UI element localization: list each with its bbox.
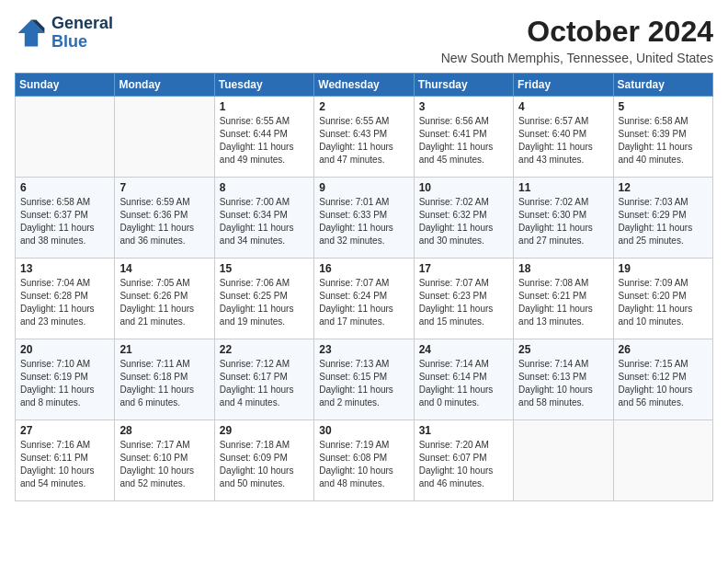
day-number: 28 bbox=[119, 424, 209, 437]
calendar-cell: 25Sunrise: 7:14 AMSunset: 6:13 PMDayligh… bbox=[514, 339, 613, 420]
day-info: Sunrise: 7:15 AMSunset: 6:12 PMDaylight:… bbox=[619, 358, 708, 409]
calendar-cell bbox=[514, 420, 613, 501]
day-info: Sunrise: 7:04 AMSunset: 6:28 PMDaylight:… bbox=[20, 277, 109, 328]
col-header-tuesday: Tuesday bbox=[214, 74, 313, 97]
calendar-table: SundayMondayTuesdayWednesdayThursdayFrid… bbox=[15, 73, 713, 501]
day-info: Sunrise: 7:07 AMSunset: 6:24 PMDaylight:… bbox=[319, 277, 408, 328]
logo: General Blue bbox=[15, 15, 113, 52]
col-header-saturday: Saturday bbox=[613, 74, 712, 97]
day-info: Sunrise: 7:14 AMSunset: 6:14 PMDaylight:… bbox=[419, 358, 508, 409]
svg-marker-0 bbox=[18, 19, 45, 46]
calendar-cell: 5Sunrise: 6:58 AMSunset: 6:39 PMDaylight… bbox=[613, 97, 712, 178]
logo-icon bbox=[15, 17, 48, 50]
calendar-cell: 10Sunrise: 7:02 AMSunset: 6:32 PMDayligh… bbox=[414, 178, 513, 259]
calendar-cell bbox=[16, 97, 115, 178]
calendar-cell: 28Sunrise: 7:17 AMSunset: 6:10 PMDayligh… bbox=[115, 420, 214, 501]
day-number: 19 bbox=[619, 262, 708, 275]
location-title: New South Memphis, Tennessee, United Sta… bbox=[441, 51, 713, 65]
day-info: Sunrise: 6:56 AMSunset: 6:41 PMDaylight:… bbox=[419, 115, 508, 167]
day-number: 5 bbox=[619, 100, 708, 113]
day-info: Sunrise: 7:20 AMSunset: 6:07 PMDaylight:… bbox=[419, 439, 508, 490]
calendar-cell: 14Sunrise: 7:05 AMSunset: 6:26 PMDayligh… bbox=[115, 259, 214, 339]
title-section: October 2024 New South Memphis, Tennesse… bbox=[441, 15, 713, 65]
calendar-cell: 29Sunrise: 7:18 AMSunset: 6:09 PMDayligh… bbox=[214, 420, 313, 501]
day-info: Sunrise: 7:19 AMSunset: 6:08 PMDaylight:… bbox=[319, 439, 408, 490]
calendar-cell: 7Sunrise: 6:59 AMSunset: 6:36 PMDaylight… bbox=[115, 178, 214, 259]
calendar-cell: 3Sunrise: 6:56 AMSunset: 6:41 PMDaylight… bbox=[414, 97, 513, 178]
day-number: 11 bbox=[518, 181, 608, 194]
day-info: Sunrise: 7:10 AMSunset: 6:19 PMDaylight:… bbox=[20, 358, 109, 409]
day-info: Sunrise: 7:06 AMSunset: 6:25 PMDaylight:… bbox=[220, 277, 309, 328]
month-title: October 2024 bbox=[441, 15, 713, 49]
calendar-cell: 13Sunrise: 7:04 AMSunset: 6:28 PMDayligh… bbox=[16, 259, 115, 339]
day-number: 13 bbox=[20, 262, 109, 275]
day-number: 25 bbox=[518, 343, 608, 356]
calendar-cell: 23Sunrise: 7:13 AMSunset: 6:15 PMDayligh… bbox=[314, 339, 414, 420]
day-number: 22 bbox=[220, 343, 309, 356]
day-number: 6 bbox=[20, 181, 109, 194]
day-info: Sunrise: 7:12 AMSunset: 6:17 PMDaylight:… bbox=[220, 358, 309, 409]
day-info: Sunrise: 6:58 AMSunset: 6:37 PMDaylight:… bbox=[20, 196, 109, 247]
calendar-cell: 22Sunrise: 7:12 AMSunset: 6:17 PMDayligh… bbox=[214, 339, 313, 420]
day-number: 27 bbox=[20, 424, 109, 437]
week-row-3: 13Sunrise: 7:04 AMSunset: 6:28 PMDayligh… bbox=[16, 259, 713, 339]
calendar-header-row: SundayMondayTuesdayWednesdayThursdayFrid… bbox=[16, 74, 713, 97]
calendar-cell: 1Sunrise: 6:55 AMSunset: 6:44 PMDaylight… bbox=[214, 97, 313, 178]
day-number: 12 bbox=[619, 181, 708, 194]
calendar-cell: 11Sunrise: 7:02 AMSunset: 6:30 PMDayligh… bbox=[514, 178, 613, 259]
day-info: Sunrise: 7:02 AMSunset: 6:32 PMDaylight:… bbox=[419, 196, 508, 247]
day-info: Sunrise: 6:55 AMSunset: 6:44 PMDaylight:… bbox=[220, 115, 309, 167]
day-info: Sunrise: 6:55 AMSunset: 6:43 PMDaylight:… bbox=[319, 115, 408, 167]
logo-text-general: General bbox=[51, 15, 113, 33]
day-number: 24 bbox=[419, 343, 508, 356]
calendar-cell: 27Sunrise: 7:16 AMSunset: 6:11 PMDayligh… bbox=[16, 420, 115, 501]
calendar-cell: 9Sunrise: 7:01 AMSunset: 6:33 PMDaylight… bbox=[314, 178, 414, 259]
day-info: Sunrise: 7:01 AMSunset: 6:33 PMDaylight:… bbox=[319, 196, 408, 247]
day-info: Sunrise: 7:11 AMSunset: 6:18 PMDaylight:… bbox=[119, 358, 209, 409]
calendar-cell: 18Sunrise: 7:08 AMSunset: 6:21 PMDayligh… bbox=[514, 259, 613, 339]
day-number: 31 bbox=[419, 424, 508, 437]
col-header-sunday: Sunday bbox=[16, 74, 115, 97]
day-number: 23 bbox=[319, 343, 408, 356]
day-number: 16 bbox=[319, 262, 408, 275]
week-row-1: 1Sunrise: 6:55 AMSunset: 6:44 PMDaylight… bbox=[16, 97, 713, 178]
day-number: 15 bbox=[220, 262, 309, 275]
calendar-cell: 26Sunrise: 7:15 AMSunset: 6:12 PMDayligh… bbox=[613, 339, 712, 420]
day-info: Sunrise: 7:00 AMSunset: 6:34 PMDaylight:… bbox=[220, 196, 309, 247]
day-number: 3 bbox=[419, 100, 508, 113]
day-info: Sunrise: 7:14 AMSunset: 6:13 PMDaylight:… bbox=[518, 358, 608, 409]
day-info: Sunrise: 7:09 AMSunset: 6:20 PMDaylight:… bbox=[619, 277, 708, 328]
calendar-cell: 16Sunrise: 7:07 AMSunset: 6:24 PMDayligh… bbox=[314, 259, 414, 339]
day-info: Sunrise: 7:16 AMSunset: 6:11 PMDaylight:… bbox=[20, 439, 109, 490]
col-header-monday: Monday bbox=[115, 74, 214, 97]
calendar-cell: 12Sunrise: 7:03 AMSunset: 6:29 PMDayligh… bbox=[613, 178, 712, 259]
day-info: Sunrise: 7:13 AMSunset: 6:15 PMDaylight:… bbox=[319, 358, 408, 409]
day-info: Sunrise: 7:08 AMSunset: 6:21 PMDaylight:… bbox=[518, 277, 608, 328]
calendar-cell: 4Sunrise: 6:57 AMSunset: 6:40 PMDaylight… bbox=[514, 97, 613, 178]
day-number: 17 bbox=[419, 262, 508, 275]
calendar-cell bbox=[613, 420, 712, 501]
day-number: 1 bbox=[220, 100, 309, 113]
col-header-thursday: Thursday bbox=[414, 74, 513, 97]
day-number: 18 bbox=[518, 262, 608, 275]
day-number: 7 bbox=[119, 181, 209, 194]
day-number: 14 bbox=[119, 262, 209, 275]
day-info: Sunrise: 7:05 AMSunset: 6:26 PMDaylight:… bbox=[119, 277, 209, 328]
calendar-cell: 20Sunrise: 7:10 AMSunset: 6:19 PMDayligh… bbox=[16, 339, 115, 420]
day-number: 4 bbox=[518, 100, 608, 113]
page-header: General Blue October 2024 New South Memp… bbox=[15, 15, 713, 65]
calendar-cell: 21Sunrise: 7:11 AMSunset: 6:18 PMDayligh… bbox=[115, 339, 214, 420]
calendar-cell: 19Sunrise: 7:09 AMSunset: 6:20 PMDayligh… bbox=[613, 259, 712, 339]
day-number: 26 bbox=[619, 343, 708, 356]
day-number: 29 bbox=[220, 424, 309, 437]
col-header-wednesday: Wednesday bbox=[314, 74, 414, 97]
calendar-cell: 30Sunrise: 7:19 AMSunset: 6:08 PMDayligh… bbox=[314, 420, 414, 501]
week-row-4: 20Sunrise: 7:10 AMSunset: 6:19 PMDayligh… bbox=[16, 339, 713, 420]
day-info: Sunrise: 7:03 AMSunset: 6:29 PMDaylight:… bbox=[619, 196, 708, 247]
day-number: 30 bbox=[319, 424, 408, 437]
day-number: 8 bbox=[220, 181, 309, 194]
calendar-cell: 17Sunrise: 7:07 AMSunset: 6:23 PMDayligh… bbox=[414, 259, 513, 339]
day-number: 2 bbox=[319, 100, 408, 113]
day-info: Sunrise: 7:18 AMSunset: 6:09 PMDaylight:… bbox=[220, 439, 309, 490]
day-info: Sunrise: 7:17 AMSunset: 6:10 PMDaylight:… bbox=[119, 439, 209, 490]
